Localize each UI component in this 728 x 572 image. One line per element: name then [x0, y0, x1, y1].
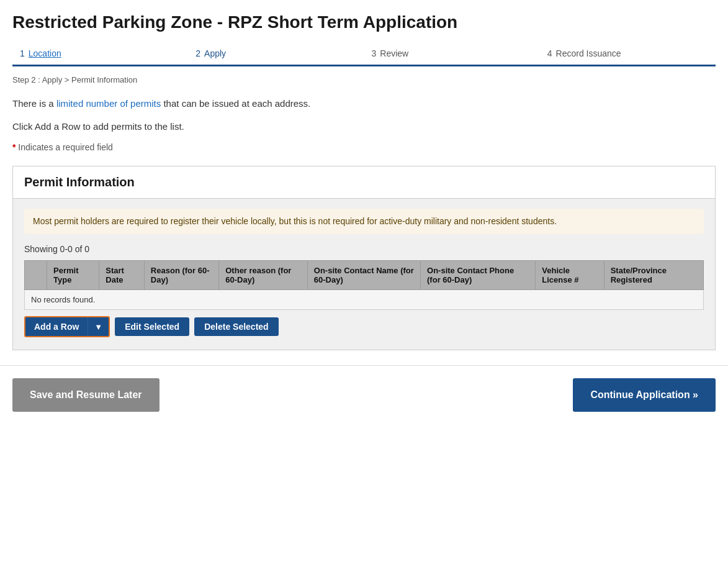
- col-contact-name: On-site Contact Name (for 60-Day): [307, 261, 420, 290]
- step-location: 1 Location: [12, 42, 188, 65]
- permit-section: Permit Information Most permit holders a…: [12, 166, 716, 350]
- col-checkbox: [25, 261, 47, 290]
- info-line1: There is a limited number of permits tha…: [12, 97, 716, 111]
- no-records-text: No records found.: [25, 290, 704, 310]
- permit-section-header: Permit Information: [13, 166, 715, 199]
- step-1-num: 1: [20, 48, 25, 58]
- step-2-num: 2: [195, 48, 200, 58]
- step-3-label: Review: [380, 48, 408, 58]
- info-line2: Click Add a Row to add permits to the li…: [12, 120, 716, 134]
- col-reason: Reason (for 60-Day): [144, 261, 218, 290]
- step-3-num: 3: [372, 48, 377, 58]
- required-star: *: [12, 142, 16, 152]
- step-1-link[interactable]: Location: [29, 48, 61, 58]
- info-notice: Most permit holders are required to regi…: [24, 209, 704, 234]
- table-actions: Add a Row ▼ Edit Selected Delete Selecte…: [24, 316, 704, 337]
- edit-selected-button[interactable]: Edit Selected: [115, 317, 189, 336]
- page-title: Restricted Parking Zone - RPZ Short Term…: [12, 12, 716, 32]
- showing-text: Showing 0-0 of 0: [24, 244, 704, 254]
- col-vehicle-license: Vehicle License #: [536, 261, 604, 290]
- permit-section-title: Permit Information: [24, 175, 704, 189]
- breadcrumb: Step 2 : Apply > Permit Information: [12, 75, 716, 84]
- add-row-dropdown-button[interactable]: ▼: [88, 317, 109, 336]
- delete-selected-button[interactable]: Delete Selected: [194, 317, 279, 336]
- step-apply: 2 Apply: [188, 42, 364, 65]
- steps-bar: 1 Location 2 Apply 3 Review 4 Record Iss…: [12, 42, 716, 66]
- step-4-num: 4: [547, 48, 552, 58]
- col-permit-type: Permit Type: [47, 261, 99, 290]
- save-resume-button[interactable]: Save and Resume Later: [12, 378, 160, 412]
- permit-section-body: Most permit holders are required to regi…: [13, 199, 715, 350]
- required-notice-text: Indicates a required field: [18, 142, 113, 152]
- permit-table: Permit Type Start Date Reason (for 60-Da…: [24, 260, 704, 310]
- required-notice: * Indicates a required field: [12, 142, 716, 152]
- info-highlight: limited number of permits: [56, 98, 161, 109]
- col-contact-phone: On-site Contact Phone (for 60-Day): [421, 261, 536, 290]
- step-2-label: Apply: [204, 48, 226, 58]
- footer-bar: Save and Resume Later Continue Applicati…: [0, 365, 728, 424]
- col-start-date: Start Date: [99, 261, 145, 290]
- step-review: 3 Review: [364, 42, 540, 65]
- step-4-label: Record Issuance: [556, 48, 621, 58]
- step-record-issuance: 4 Record Issuance: [540, 42, 716, 65]
- col-state-province: State/Province Registered: [604, 261, 703, 290]
- continue-application-button[interactable]: Continue Application »: [573, 378, 716, 412]
- table-header-row: Permit Type Start Date Reason (for 60-Da…: [25, 261, 704, 290]
- add-row-button[interactable]: Add a Row: [25, 317, 88, 336]
- add-row-group: Add a Row ▼: [24, 316, 110, 337]
- no-records-row: No records found.: [25, 290, 704, 310]
- col-other-reason: Other reason (for 60-Day): [219, 261, 308, 290]
